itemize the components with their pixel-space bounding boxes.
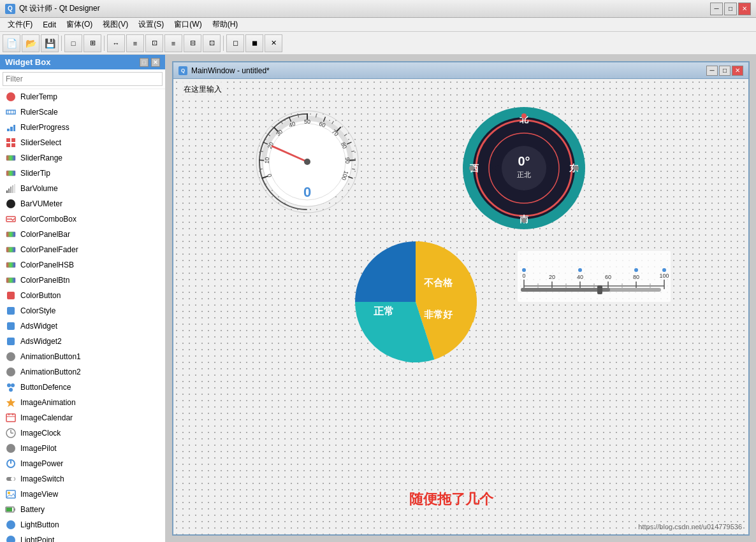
svg-point-106 <box>574 166 579 171</box>
sidebar-item-imageswitch[interactable]: ImageSwitch <box>0 471 165 487</box>
menu-settings[interactable]: 设置(S) <box>133 18 169 31</box>
sidebar-item-adswidget2[interactable]: AdsWidget2 <box>0 334 165 349</box>
inner-title-text: MainWindow - untitled* <box>191 66 702 75</box>
svg-rect-11 <box>11 143 15 147</box>
svg-point-105 <box>469 166 474 171</box>
sidebar-controls: □ ✕ <box>140 58 160 67</box>
sidebar-item-lightbutton[interactable]: LightButton <box>0 517 165 532</box>
maximize-button[interactable]: □ <box>724 3 737 15</box>
sidebar-item-sliderselect[interactable]: SliderSelect <box>0 135 165 150</box>
toolbar-open[interactable]: 📂 <box>22 34 40 52</box>
svg-point-139 <box>662 268 666 272</box>
toolbar-edit8[interactable]: ◼ <box>245 34 263 52</box>
imagepilot-icon <box>5 443 17 454</box>
sidebar-item-colorcombobox[interactable]: ColorComboBox <box>0 211 165 227</box>
sidebar-item-adswidget[interactable]: AdsWidget <box>0 318 165 334</box>
sidebar-item-imageview[interactable]: ImageView <box>0 487 165 502</box>
widget-label-animationbutton1: AnimationButton1 <box>20 352 81 361</box>
menu-view[interactable]: 视图(V) <box>98 18 133 31</box>
widget-label-imageanimation: ImageAnimation <box>20 398 76 407</box>
colorbutton-icon <box>5 290 17 301</box>
svg-point-136 <box>522 268 526 272</box>
toolbar-sep1 <box>61 36 62 51</box>
widget-label-rulerprogress: RulerProgress <box>20 123 69 132</box>
sidebar-item-lightpoint[interactable]: LightPoint <box>0 532 165 542</box>
svg-point-33 <box>11 383 15 387</box>
sidebar-float-btn[interactable]: □ <box>140 58 149 67</box>
toolbar-edit5[interactable]: ⊟ <box>184 34 201 52</box>
sidebar-item-rulertemp[interactable]: RulerTemp <box>0 89 165 104</box>
widget-list: RulerTempRulerScaleRulerProgressSliderSe… <box>0 89 165 542</box>
svg-rect-24 <box>6 262 15 267</box>
sidebar-item-buttondefence[interactable]: ButtonDefence <box>0 380 165 395</box>
menu-edit[interactable]: Edit <box>38 19 61 31</box>
inner-maximize-btn[interactable]: □ <box>719 66 731 76</box>
toolbar-widget[interactable]: □ <box>64 34 82 52</box>
toolbar-edit1[interactable]: ↔ <box>107 34 125 52</box>
filter-box <box>0 69 165 89</box>
sidebar-item-imagepilot[interactable]: ImagePilot <box>0 441 165 456</box>
compass-widget[interactable]: 北 南 西 东 <box>460 104 588 232</box>
sidebar-item-slidertip[interactable]: SliderTip <box>0 166 165 181</box>
svg-rect-7 <box>13 125 15 131</box>
toolbar-layout[interactable]: ⊞ <box>84 34 101 52</box>
toolbar-edit7[interactable]: ◻ <box>226 34 244 52</box>
widget-label-colorpanelbtn: ColorPanelBtn <box>20 276 69 285</box>
menu-file[interactable]: 文件(F) <box>3 18 38 31</box>
toolbar-save[interactable]: 💾 <box>41 34 59 52</box>
sidebar-item-colorpanelfader[interactable]: ColorPanelFader <box>0 242 165 257</box>
toolbar-edit6[interactable]: ⊡ <box>203 34 221 52</box>
svg-point-32 <box>7 383 11 387</box>
toolbar-edit3[interactable]: ⊡ <box>145 34 163 52</box>
menu-help[interactable]: 帮助(H) <box>207 18 244 31</box>
sidebar-item-colorpanelhsb[interactable]: ColorPanelHSB <box>0 257 165 273</box>
title-bar: Q Qt 设计师 - Qt Designer ─ □ ✕ <box>0 0 756 18</box>
toolbar-new[interactable]: 📄 <box>3 34 20 52</box>
toolbar-edit2[interactable]: ≡ <box>126 34 144 52</box>
sidebar-item-sliderrange[interactable]: SliderRange <box>0 150 165 166</box>
sidebar-item-barvumeter[interactable]: BarVUMeter <box>0 196 165 211</box>
svg-text:80: 80 <box>633 274 639 280</box>
rulertemp-icon <box>5 91 17 103</box>
sidebar-item-imagecalendar[interactable]: ImageCalendar <box>0 410 165 425</box>
sidebar-header: Widget Box □ ✕ <box>0 55 165 69</box>
sidebar-title: Widget Box <box>5 57 50 67</box>
menu-window[interactable]: 窗口(W) <box>169 18 207 31</box>
sidebar-item-imagepower[interactable]: ImagePower <box>0 456 165 471</box>
sidebar-item-colorpanelbtn[interactable]: ColorPanelBtn <box>0 273 165 288</box>
widget-label-rulerscale: RulerScale <box>20 108 58 117</box>
sidebar-close-btn[interactable]: ✕ <box>151 58 160 67</box>
svg-text:正常: 正常 <box>374 306 394 317</box>
sidebar-item-colorbutton[interactable]: ColorButton <box>0 288 165 303</box>
inner-close-btn[interactable]: ✕ <box>732 66 743 76</box>
sidebar-item-rulerscale[interactable]: RulerScale <box>0 104 165 120</box>
toolbar-edit4[interactable]: ≡ <box>164 34 182 52</box>
sidebar-item-rulerprogress[interactable]: RulerProgress <box>0 120 165 135</box>
sidebar-item-colorpanelbar[interactable]: ColorPanelBar <box>0 227 165 242</box>
widget-label-slidertip: SliderTip <box>20 169 50 178</box>
imagecalendar-icon <box>5 412 17 424</box>
minimize-button[interactable]: ─ <box>710 3 723 15</box>
sidebar-item-barvolume[interactable]: BarVolume <box>0 181 165 196</box>
sidebar-item-animationbutton2[interactable]: AnimationButton2 <box>0 364 165 380</box>
svg-text:100: 100 <box>659 273 669 279</box>
svg-point-31 <box>6 367 15 376</box>
sidebar-item-imageanimation[interactable]: ImageAnimation <box>0 395 165 410</box>
pie-chart-widget[interactable]: 正常 非常好 不合格 <box>345 232 486 372</box>
filter-input[interactable] <box>3 72 163 86</box>
sidebar-item-battery[interactable]: Battery <box>0 502 165 517</box>
sidebar-item-colorstyle[interactable]: ColorStyle <box>0 303 165 318</box>
buttondefence-icon <box>5 382 17 393</box>
svg-rect-8 <box>6 138 10 142</box>
sidebar-item-animationbutton1[interactable]: AnimationButton1 <box>0 349 165 364</box>
widget-label-colorcombobox: ColorComboBox <box>20 215 76 224</box>
inner-minimize-btn[interactable]: ─ <box>706 66 718 76</box>
menu-form[interactable]: 窗体(O) <box>61 18 98 31</box>
close-button[interactable]: ✕ <box>738 3 751 15</box>
sidebar-item-imageclock[interactable]: ImageClock <box>0 425 165 441</box>
gauge-widget[interactable]: 0 10 20 30 40 50 60 70 80 90 100 <box>250 104 365 219</box>
toolbar-edit9[interactable]: ✕ <box>265 34 282 52</box>
canvas-area: Q MainWindow - untitled* ─ □ ✕ 在这里输入 <box>166 55 756 542</box>
ruler-widget[interactable]: 0 20 40 60 80 100 <box>518 251 671 302</box>
app-icon: Q <box>5 4 15 14</box>
